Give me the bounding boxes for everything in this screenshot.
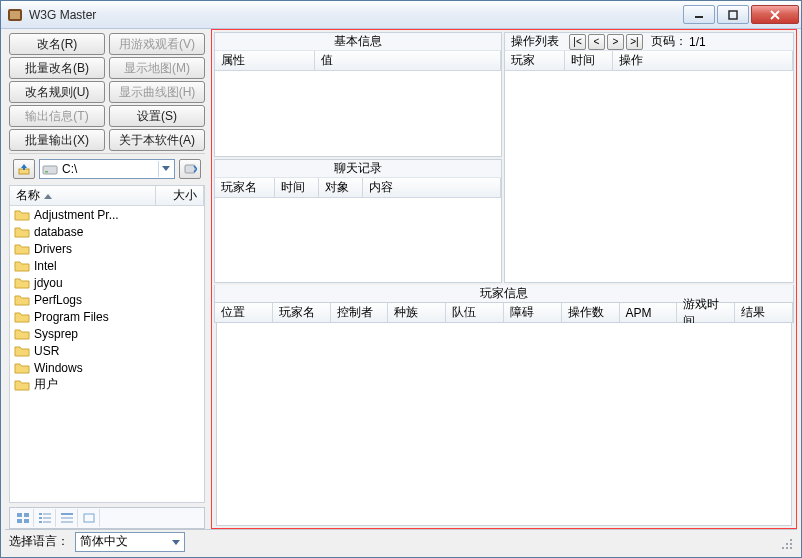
svg-rect-16 bbox=[39, 521, 42, 523]
list-item[interactable]: Sysprep bbox=[10, 325, 204, 342]
col-name[interactable]: 名称 bbox=[10, 186, 156, 205]
players-col[interactable]: 障碍 bbox=[504, 303, 562, 322]
col-attr[interactable]: 属性 bbox=[215, 51, 315, 70]
svg-rect-8 bbox=[17, 513, 22, 517]
batch-rename-button[interactable]: 批量改名(B) bbox=[9, 57, 105, 79]
list-item[interactable]: Drivers bbox=[10, 240, 204, 257]
settings-button[interactable]: 设置(S) bbox=[109, 105, 205, 127]
folder-icon bbox=[14, 276, 30, 290]
left-pane: 改名(R) 用游戏观看(V) 批量改名(B) 显示地图(M) 改名规则(U) 显… bbox=[5, 29, 209, 529]
list-item[interactable]: database bbox=[10, 223, 204, 240]
file-name: Program Files bbox=[34, 310, 109, 324]
folder-icon bbox=[14, 361, 30, 375]
players-col[interactable]: 队伍 bbox=[446, 303, 504, 322]
lang-combo[interactable]: 简体中文 bbox=[75, 532, 185, 552]
up-button[interactable] bbox=[13, 159, 35, 179]
oplist-body[interactable] bbox=[505, 71, 793, 282]
players-col[interactable]: 结果 bbox=[735, 303, 793, 322]
show-map-button[interactable]: 显示地图(M) bbox=[109, 57, 205, 79]
col-size[interactable]: 大小 bbox=[156, 186, 204, 205]
col-op-op[interactable]: 操作 bbox=[613, 51, 793, 70]
rename-button[interactable]: 改名(R) bbox=[9, 33, 105, 55]
players-col[interactable]: 种族 bbox=[388, 303, 446, 322]
svg-rect-1 bbox=[10, 11, 20, 19]
about-button[interactable]: 关于本软件(A) bbox=[109, 129, 205, 151]
view-list-button[interactable] bbox=[34, 509, 56, 527]
list-item[interactable]: Adjustment Pr... bbox=[10, 206, 204, 223]
watch-game-button[interactable]: 用游戏观看(V) bbox=[109, 33, 205, 55]
list-item[interactable]: Windows bbox=[10, 359, 204, 376]
titlebar[interactable]: W3G Master bbox=[1, 1, 801, 29]
svg-rect-18 bbox=[61, 513, 73, 515]
svg-rect-14 bbox=[39, 517, 42, 519]
view-thumb-button[interactable] bbox=[78, 509, 100, 527]
minimize-button[interactable] bbox=[683, 5, 715, 24]
folder-icon bbox=[14, 242, 30, 256]
svg-rect-20 bbox=[61, 521, 73, 523]
list-item[interactable]: jdyou bbox=[10, 274, 204, 291]
basic-info-body[interactable] bbox=[215, 71, 501, 156]
svg-rect-15 bbox=[43, 517, 51, 519]
file-name: Drivers bbox=[34, 242, 72, 256]
players-col[interactable]: 操作数 bbox=[562, 303, 620, 322]
col-op-time[interactable]: 时间 bbox=[565, 51, 613, 70]
view-details-button[interactable] bbox=[56, 509, 78, 527]
page-next-button[interactable]: > bbox=[607, 34, 624, 50]
list-item[interactable]: 用户 bbox=[10, 376, 204, 393]
players-col[interactable]: APM bbox=[620, 303, 678, 322]
file-list-body[interactable]: Adjustment Pr...databaseDriversInteljdyo… bbox=[10, 206, 204, 502]
page-prev-button[interactable]: < bbox=[588, 34, 605, 50]
view-icons-button[interactable] bbox=[12, 509, 34, 527]
output-info-button[interactable]: 输出信息(T) bbox=[9, 105, 105, 127]
lang-value: 简体中文 bbox=[80, 533, 128, 550]
list-item[interactable]: USR bbox=[10, 342, 204, 359]
col-chat-target[interactable]: 对象 bbox=[319, 178, 363, 197]
page-first-button[interactable]: |< bbox=[569, 34, 586, 50]
players-col[interactable]: 位置 bbox=[215, 303, 273, 322]
col-op-player[interactable]: 玩家 bbox=[505, 51, 565, 70]
basic-info-header[interactable]: 属性 值 bbox=[215, 51, 501, 71]
players-col[interactable]: 控制者 bbox=[331, 303, 389, 322]
col-chat-time[interactable]: 时间 bbox=[275, 178, 319, 197]
players-col[interactable]: 玩家名 bbox=[273, 303, 331, 322]
drive-combo[interactable]: C:\ bbox=[39, 159, 175, 179]
lang-label: 选择语言： bbox=[9, 533, 69, 550]
list-item[interactable]: PerfLogs bbox=[10, 291, 204, 308]
rename-rule-button[interactable]: 改名规则(U) bbox=[9, 81, 105, 103]
oplist-header[interactable]: 玩家 时间 操作 bbox=[505, 51, 793, 71]
drive-label: C:\ bbox=[62, 162, 77, 176]
svg-rect-5 bbox=[43, 166, 57, 174]
status-bar: 选择语言： 简体中文 bbox=[5, 529, 797, 553]
drive-out-button[interactable] bbox=[179, 159, 201, 179]
maximize-button[interactable] bbox=[717, 5, 749, 24]
basic-info-panel: 基本信息 属性 值 bbox=[214, 32, 502, 157]
players-col[interactable]: 游戏时间 bbox=[677, 303, 735, 322]
file-name: Adjustment Pr... bbox=[34, 208, 119, 222]
chevron-down-icon bbox=[172, 535, 180, 549]
window-title: W3G Master bbox=[29, 8, 683, 22]
list-item[interactable]: Program Files bbox=[10, 308, 204, 325]
resize-grip[interactable] bbox=[777, 534, 793, 550]
folder-icon bbox=[14, 225, 30, 239]
close-button[interactable] bbox=[751, 5, 799, 24]
list-item[interactable]: Intel bbox=[10, 257, 204, 274]
col-chat-content[interactable]: 内容 bbox=[363, 178, 501, 197]
players-header[interactable]: 位置玩家名控制者种族队伍障碍操作数APM游戏时间结果 bbox=[214, 303, 794, 323]
file-list[interactable]: 名称 大小 Adjustment Pr...databaseDriversInt… bbox=[9, 185, 205, 503]
batch-output-button[interactable]: 批量输出(X) bbox=[9, 129, 105, 151]
chat-header[interactable]: 玩家名 时间 对象 内容 bbox=[215, 178, 501, 198]
file-list-header[interactable]: 名称 大小 bbox=[10, 186, 204, 206]
show-curve-button[interactable]: 显示曲线图(H) bbox=[109, 81, 205, 103]
file-name: Sysprep bbox=[34, 327, 78, 341]
col-chat-player[interactable]: 玩家名 bbox=[215, 178, 275, 197]
disk-icon bbox=[42, 162, 58, 176]
folder-icon bbox=[14, 293, 30, 307]
players-body[interactable] bbox=[216, 323, 792, 526]
chat-body[interactable] bbox=[215, 198, 501, 283]
file-name: PerfLogs bbox=[34, 293, 82, 307]
page-last-button[interactable]: >| bbox=[626, 34, 643, 50]
svg-rect-12 bbox=[39, 513, 42, 515]
folder-icon bbox=[14, 310, 30, 324]
window-controls bbox=[683, 5, 799, 24]
col-value[interactable]: 值 bbox=[315, 51, 501, 70]
